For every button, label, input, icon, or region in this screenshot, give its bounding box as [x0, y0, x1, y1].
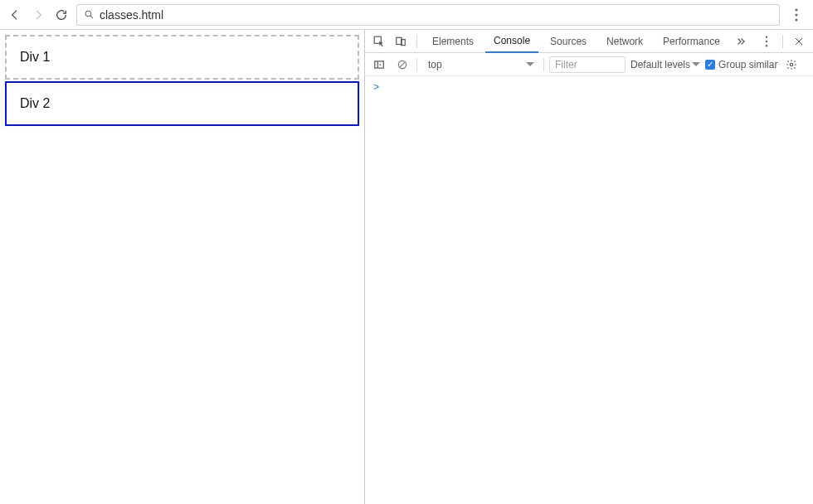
chevron-down-icon	[692, 62, 700, 70]
svg-point-0	[85, 11, 91, 17]
chevron-double-right-icon	[735, 36, 747, 47]
group-similar-label: Group similar	[718, 59, 777, 70]
kebab-icon	[795, 8, 798, 22]
kebab-icon	[765, 36, 768, 47]
div-2-box: Div 2	[5, 81, 359, 126]
inspect-icon	[373, 36, 385, 47]
devtools-menu-button[interactable]	[757, 36, 776, 47]
svg-point-3	[795, 18, 797, 21]
device-toolbar-button[interactable]	[392, 36, 410, 47]
browser-toolbar: classes.html	[0, 0, 813, 30]
devtools-close-button[interactable]	[790, 36, 808, 46]
log-levels-dropdown[interactable]: Default levels	[630, 58, 700, 70]
reload-button[interactable]	[53, 7, 70, 23]
div-1-text: Div 1	[20, 50, 50, 64]
arrow-left-icon	[8, 8, 22, 22]
inspect-element-button[interactable]	[370, 36, 388, 47]
separator	[416, 58, 417, 71]
gear-icon	[786, 59, 797, 70]
clear-console-button[interactable]	[393, 59, 411, 70]
tab-sources[interactable]: Sources	[542, 31, 595, 52]
address-text: classes.html	[100, 8, 163, 22]
separator	[416, 35, 417, 48]
console-toolbar: top Filter Default levels ✓ Group simila…	[365, 53, 813, 76]
chevron-down-icon	[526, 62, 534, 70]
console-settings-button[interactable]	[782, 59, 801, 70]
filter-placeholder: Filter	[555, 59, 577, 70]
devtools-tabbar: Elements Console Sources Network Perform…	[365, 30, 813, 53]
div-1-box: Div 1	[5, 35, 359, 80]
div-2-text: Div 2	[20, 96, 50, 110]
devtools: Elements Console Sources Network Perform…	[365, 30, 813, 504]
tab-console[interactable]: Console	[485, 30, 538, 53]
svg-point-12	[791, 63, 794, 66]
group-similar-checkbox[interactable]: ✓ Group similar	[705, 59, 777, 70]
forward-button[interactable]	[30, 7, 46, 23]
separator	[782, 35, 783, 48]
execution-context-dropdown[interactable]: top	[422, 56, 538, 73]
tab-performance[interactable]: Performance	[655, 31, 728, 52]
more-tabs-button[interactable]	[732, 36, 750, 47]
tab-network[interactable]: Network	[598, 31, 651, 52]
checkbox-checked-icon: ✓	[705, 60, 715, 70]
execution-context-label: top	[428, 59, 442, 70]
svg-point-1	[795, 8, 797, 11]
filter-input[interactable]: Filter	[549, 56, 626, 73]
sidebar-toggle-icon	[373, 59, 385, 70]
address-bar[interactable]: classes.html	[76, 4, 780, 26]
svg-point-8	[766, 40, 767, 41]
tab-elements[interactable]: Elements	[424, 31, 482, 52]
console-prompt-icon: >	[373, 81, 379, 93]
svg-point-7	[766, 36, 767, 37]
search-icon	[84, 9, 95, 20]
console-input-area[interactable]: >	[365, 76, 813, 504]
main-area: Div 1 Div 2 Elements Console Sources Net…	[0, 30, 813, 504]
page-viewport: Div 1 Div 2	[0, 30, 365, 504]
device-icon	[395, 36, 406, 47]
console-sidebar-toggle[interactable]	[370, 59, 388, 70]
arrow-right-icon	[32, 8, 45, 22]
back-button[interactable]	[7, 7, 23, 23]
log-levels-label: Default levels	[630, 59, 690, 70]
svg-point-9	[766, 45, 767, 46]
clear-icon	[397, 59, 408, 70]
reload-icon	[55, 8, 68, 22]
close-icon	[794, 36, 804, 46]
svg-point-2	[795, 13, 797, 16]
browser-menu-button[interactable]	[786, 5, 806, 25]
separator	[543, 58, 544, 71]
